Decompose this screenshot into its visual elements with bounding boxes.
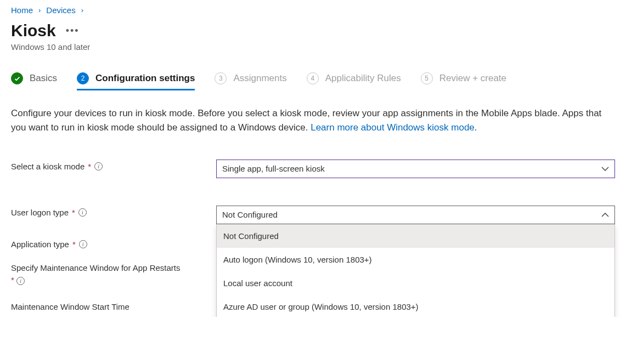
tab-label: Configuration settings: [95, 73, 195, 84]
tab-label: Assignments: [233, 73, 286, 84]
label-text: Application type: [11, 240, 69, 249]
description-body: Configure your devices to run in kiosk m…: [11, 108, 601, 133]
breadcrumb-home[interactable]: Home: [11, 5, 33, 15]
step-number-badge: 3: [215, 72, 227, 84]
kiosk-mode-control: Single app, full-screen kiosk: [216, 160, 615, 178]
user-logon-label: User logon type * i: [11, 206, 216, 217]
more-icon[interactable]: •••: [66, 25, 80, 37]
tab-review-create[interactable]: 5 Review + create: [421, 72, 506, 90]
breadcrumb-devices[interactable]: Devices: [46, 5, 75, 15]
step-number-badge: 5: [421, 72, 433, 84]
label-text: Specify Maintenance Window for App Resta…: [11, 263, 180, 272]
page-title: Kiosk: [11, 21, 56, 40]
check-icon: [11, 72, 23, 84]
field-user-logon-type: User logon type * i Not Configured Not C…: [11, 206, 615, 224]
page-subtitle: Windows 10 and later: [11, 42, 615, 52]
required-indicator: *: [72, 240, 76, 249]
page-header: Kiosk •••: [11, 21, 615, 40]
description-period: .: [475, 122, 477, 133]
step-number-badge: 2: [77, 72, 89, 84]
field-kiosk-mode: Select a kiosk mode * i Single app, full…: [11, 160, 615, 178]
maintenance-start-label: Maintenance Window Start Time: [11, 300, 216, 311]
info-icon[interactable]: i: [78, 208, 87, 217]
tab-applicability-rules[interactable]: 4 Applicability Rules: [307, 72, 401, 90]
select-value: Not Configured: [222, 210, 278, 219]
breadcrumb: Home › Devices ›: [11, 5, 615, 15]
option-local-user[interactable]: Local user account: [217, 271, 614, 295]
step-number-badge: 4: [307, 72, 319, 84]
label-text: User logon type: [11, 208, 69, 217]
info-icon[interactable]: i: [79, 240, 87, 248]
chevron-right-icon: ›: [38, 6, 41, 14]
required-indicator: *: [72, 208, 75, 217]
info-icon[interactable]: i: [16, 277, 25, 285]
tab-configuration-settings[interactable]: 2 Configuration settings: [77, 72, 195, 90]
chevron-down-icon: [601, 165, 609, 173]
kiosk-mode-select[interactable]: Single app, full-screen kiosk: [216, 160, 615, 178]
label-text: Maintenance Window Start Time: [11, 302, 129, 311]
label-wrap: Specify Maintenance Window for App Resta…: [11, 262, 181, 287]
option-auto-logon[interactable]: Auto logon (Windows 10, version 1803+): [217, 248, 614, 271]
tab-label: Basics: [30, 73, 57, 84]
user-logon-dropdown: Not Configured Auto logon (Windows 10, v…: [216, 224, 615, 317]
user-logon-control: Not Configured Not Configured Auto logon…: [216, 206, 615, 224]
application-type-label: Application type * i: [11, 237, 216, 249]
tab-label: Applicability Rules: [325, 73, 401, 84]
tab-basics[interactable]: Basics: [11, 72, 57, 90]
description-text: Configure your devices to run in kiosk m…: [11, 106, 604, 135]
tab-assignments[interactable]: 3 Assignments: [215, 72, 286, 90]
tab-label: Review + create: [439, 73, 506, 84]
learn-more-link[interactable]: Learn more about Windows kiosk mode: [311, 122, 475, 133]
info-icon[interactable]: i: [94, 162, 103, 170]
select-value: Single app, full-screen kiosk: [222, 164, 325, 173]
maintenance-window-label: Specify Maintenance Window for App Resta…: [11, 262, 216, 287]
required-indicator: *: [11, 275, 14, 285]
step-tabs: Basics 2 Configuration settings 3 Assign…: [11, 72, 615, 90]
user-logon-select[interactable]: Not Configured: [216, 206, 615, 224]
required-indicator: *: [88, 162, 91, 171]
label-text: Select a kiosk mode: [11, 162, 84, 171]
option-not-configured[interactable]: Not Configured: [217, 224, 614, 248]
kiosk-mode-label: Select a kiosk mode * i: [11, 160, 216, 171]
chevron-up-icon: [601, 211, 609, 219]
chevron-right-icon: ›: [81, 6, 83, 14]
option-azure-ad[interactable]: Azure AD user or group (Windows 10, vers…: [217, 295, 614, 317]
